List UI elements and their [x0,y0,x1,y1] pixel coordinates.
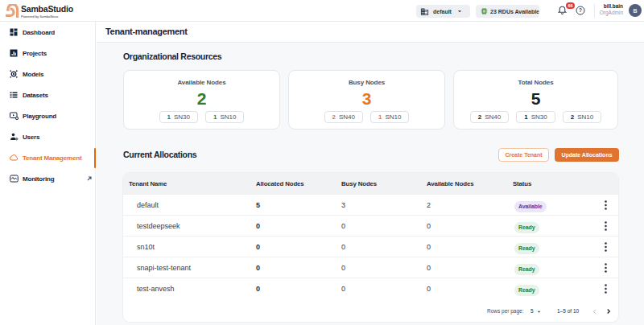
svg-text:?: ? [579,7,582,13]
